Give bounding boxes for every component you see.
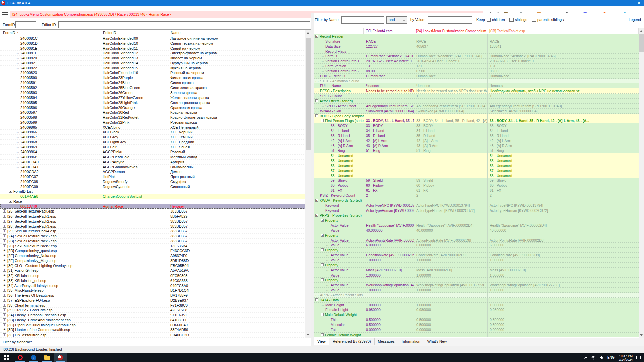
grid-column-header-2[interactable]: [24] LooksMenu Customization Compendium.… (414, 28, 487, 34)
record-row[interactable]: ···24009868XCELightGreyXCE Средний (0, 140, 306, 145)
tab-information[interactable]: Information (398, 338, 424, 345)
expander-icon[interactable]: + (3, 284, 6, 287)
field-row[interactable]: -Male Default Weight (314, 312, 639, 317)
right-scrollbar[interactable] (639, 28, 644, 338)
expander-icon[interactable]: - (321, 333, 324, 336)
field-row[interactable]: ···APPR - Attach Parent Slots (314, 293, 639, 298)
column-header-formid[interactable]: FormID▲ (0, 30, 100, 36)
tab-view[interactable]: View (314, 338, 329, 345)
expander-icon[interactable]: - (321, 234, 324, 237)
scroll-down-button[interactable] (305, 332, 311, 338)
plugin-file-row[interactable]: +[36] The Eyes Of Beauty.espBA1755F9 (0, 293, 306, 298)
plugin-file-row[interactable]: +[2B] SexFallTexturePack6.esp383BD357 (0, 239, 306, 244)
expander-icon[interactable]: - (315, 214, 318, 217)
expander-icon[interactable]: + (3, 264, 6, 267)
record-row[interactable]: ···2400081FHairColorExtended12Электро-фи… (0, 51, 306, 56)
record-row[interactable]: ···24009869XCEFairXCE Ясная (0, 145, 306, 150)
hamburger-menu-icon[interactable] (2, 12, 8, 16)
record-row[interactable]: ···2400EC09DogcowCyanoticСинюшный (0, 184, 306, 189)
field-row[interactable]: ···Actor ValueConditionRate [AVIF:000002… (314, 253, 639, 258)
field-row[interactable]: ···33 - BODY33 - BODY33 - BODY33 - BODY (314, 123, 639, 128)
field-row[interactable]: ···61 - FX61 - FX61 - FX61 - FX (314, 188, 639, 193)
field-row[interactable]: -Property (314, 218, 639, 223)
grid-column-header-1[interactable]: [00] Fallout4.esm (364, 28, 414, 34)
taskbar-app-explorer[interactable] (40, 353, 54, 362)
field-row[interactable]: ···STCP - Animation Sound (314, 79, 639, 84)
record-row[interactable]: ···24003597HairColor30RedКрасная краска (0, 110, 306, 115)
expander-icon[interactable]: + (3, 269, 6, 272)
maximize-button[interactable] (624, 0, 634, 6)
record-row[interactable]: ···2400CDA2AGCPDemonДемон (0, 169, 306, 174)
field-row[interactable]: ···54 - Unnamed54 - Unnamed (314, 153, 639, 158)
field-row[interactable]: ···Value1.0000001.0000001.000000 (314, 258, 639, 263)
plugin-file-row[interactable]: +[29] SexFallTexturePack4.esp383BD357 (0, 229, 306, 234)
plugin-file-row[interactable]: +[31] FusionGirl.espA5AA519A (0, 268, 306, 273)
field-row[interactable]: ···Muscular0.5000000.5000000.500000 (314, 322, 639, 327)
start-button[interactable] (0, 353, 13, 362)
expander-icon[interactable]: + (3, 249, 6, 252)
expander-icon[interactable]: + (3, 279, 6, 282)
field-row[interactable]: -DATA - Data (314, 298, 639, 303)
field-row[interactable]: -First Person Flags (sorted)33 - BODY, 3… (314, 118, 639, 123)
plugin-file-row[interactable]: +[3B] Flashy_CrimeAndPunishment.esp84108… (0, 318, 306, 323)
field-row[interactable]: ···Thin0.5000000.5000000.500000 (314, 317, 639, 322)
plugin-file-row[interactable]: +[37] ESPExplorerFO4.espD2B9E937 (0, 298, 306, 303)
taskbar-app-messenger[interactable]: ✓ (27, 353, 40, 362)
plugin-file-row[interactable]: +[35] MiscHairstyle.espB1F7D1C4 (0, 288, 306, 293)
field-row[interactable]: ···Form Version131131131 (314, 64, 639, 69)
field-row[interactable]: -BOD2 - Biped Body Template (314, 114, 639, 119)
expander-icon[interactable]: - (321, 313, 324, 316)
record-row[interactable]: ···24003599HairColor32PinkРозовая краска (0, 120, 306, 125)
expander-icon[interactable]: + (3, 209, 6, 213)
field-row[interactable]: ···Actor ValueMass [AVIF:000002E0]Mass [… (314, 268, 639, 273)
field-row[interactable]: ···51 - Ring51 - Ring51 - Ring51 - Ring (314, 148, 639, 153)
record-row[interactable]: ···2400081EHairColorExtended11Синий на ч… (0, 46, 306, 51)
expander-icon[interactable]: + (3, 328, 6, 331)
record-row[interactable]: ···24000820HairColorExtended13Фиолет на … (0, 56, 306, 61)
field-row[interactable]: -PRPS - Properties (sorted) (314, 213, 639, 218)
filter-by-filename-input[interactable] (38, 339, 310, 345)
close-button[interactable]: ✕ (634, 0, 644, 6)
expander-icon[interactable]: + (3, 244, 6, 247)
group-row[interactable]: -Race (0, 199, 306, 204)
taskbar-app-opera[interactable] (13, 353, 27, 362)
plugin-file-row[interactable]: +[30] CLO - Custom Lighting Overlay.espE… (0, 263, 306, 268)
record-row[interactable]: ···24003595HairColor28LightPinkСветло-ро… (0, 100, 306, 105)
grid-column-header-3[interactable]: [CB] TacticalTablet.esp (487, 28, 639, 34)
left-scrollbar[interactable] (305, 30, 311, 338)
expander-icon[interactable]: + (3, 318, 6, 321)
expander-icon[interactable]: + (3, 225, 6, 228)
field-row[interactable]: ···57 - Unnamed57 - Unnamed (314, 168, 639, 173)
expander-icon[interactable]: - (9, 200, 12, 203)
left-scrollbar-thumb[interactable] (306, 38, 311, 150)
record-row[interactable]: ···24009866XCEBlackXCE Черный (0, 130, 306, 135)
expander-icon[interactable]: - (315, 99, 318, 102)
field-row[interactable]: ···Male Height1.0000001.0000001.000000 (314, 303, 639, 308)
tray-expand-icon[interactable] (584, 356, 588, 360)
formid-input[interactable] (15, 21, 36, 28)
record-row[interactable]: ···24003591HairColor24BlueСиняя краска (0, 80, 306, 85)
field-row[interactable]: ···KeywordActorTypeHuman [KYWD:0002C...A… (314, 208, 639, 213)
field-row[interactable]: ···FormIDHumanRace "Человек" [RACE:0...H… (314, 54, 639, 59)
record-row[interactable]: ···2400986AAGCPPinkuРозовый (0, 149, 306, 155)
field-row[interactable]: ···Value1.0000001.0000001.000000 (314, 288, 639, 293)
field-row[interactable]: ···SPCT - Count111 (314, 94, 639, 99)
expander-icon[interactable]: + (3, 220, 6, 223)
record-row[interactable]: ···24003598HairColor31RedVioletКрасно-фи… (0, 115, 306, 120)
plugin-file-row[interactable]: +[25] SexFallTexturePack.esp383BD357 (0, 209, 306, 214)
editorid-input[interactable] (58, 21, 310, 28)
tab-what-s-new[interactable]: What's New (424, 338, 450, 345)
field-row[interactable]: ···Version Control Info 208 0007 0008 00 (314, 69, 639, 74)
plugin-file-row[interactable]: +[3C] PiperCaitCurieDialogueOverhaul.esp… (0, 323, 306, 328)
expander-icon[interactable]: + (3, 229, 6, 232)
plugin-file-row[interactable]: +[2E] CompanionIvy_Nuka.espA98374F0 (0, 253, 306, 258)
expander-icon[interactable]: - (321, 263, 324, 266)
expander-icon[interactable]: - (321, 278, 324, 281)
field-row[interactable]: ···Value6.0000006.0000006.000000 (314, 243, 639, 248)
field-row[interactable]: -Property (314, 278, 639, 283)
record-row[interactable]: ···24000821HairColorExtended14Пурпурный … (0, 61, 306, 66)
field-row[interactable]: -Female Default Weight (314, 333, 639, 338)
field-row[interactable]: -Property (314, 233, 639, 238)
field-row[interactable]: ···Version Control Info 12019-11-25 User… (314, 59, 639, 64)
expander-icon[interactable]: - (321, 248, 324, 251)
